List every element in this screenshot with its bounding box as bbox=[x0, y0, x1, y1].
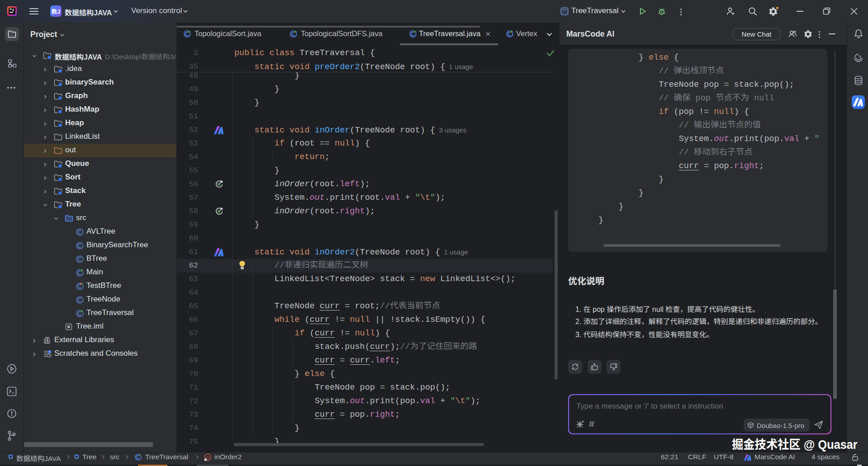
svg-text:m: m bbox=[206, 455, 210, 460]
